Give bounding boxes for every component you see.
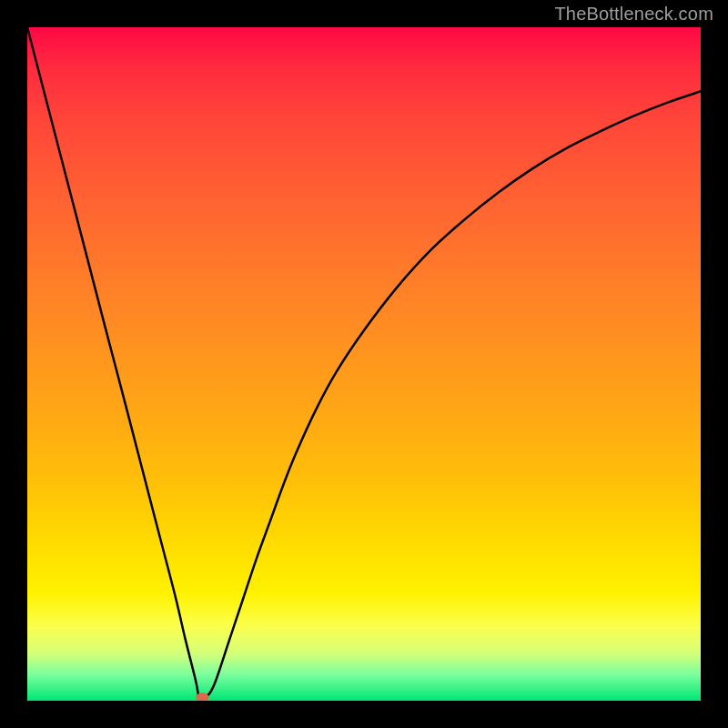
chart-frame: TheBottleneck.com <box>0 0 728 728</box>
chart-plot-area <box>27 27 701 701</box>
bottleneck-curve <box>27 27 701 699</box>
chart-svg <box>27 27 701 701</box>
attribution-text: TheBottleneck.com <box>554 4 713 25</box>
